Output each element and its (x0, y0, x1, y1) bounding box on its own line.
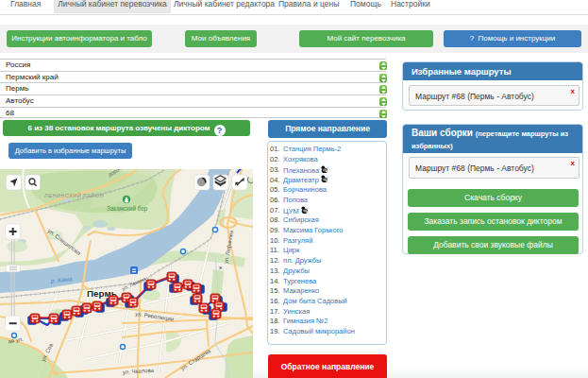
svg-text:ЛЕНИНСКИЙ РАЙОН: ЛЕНИНСКИЙ РАЙОН (44, 192, 104, 198)
svg-text:Закамский бор: Закамский бор (107, 205, 148, 213)
